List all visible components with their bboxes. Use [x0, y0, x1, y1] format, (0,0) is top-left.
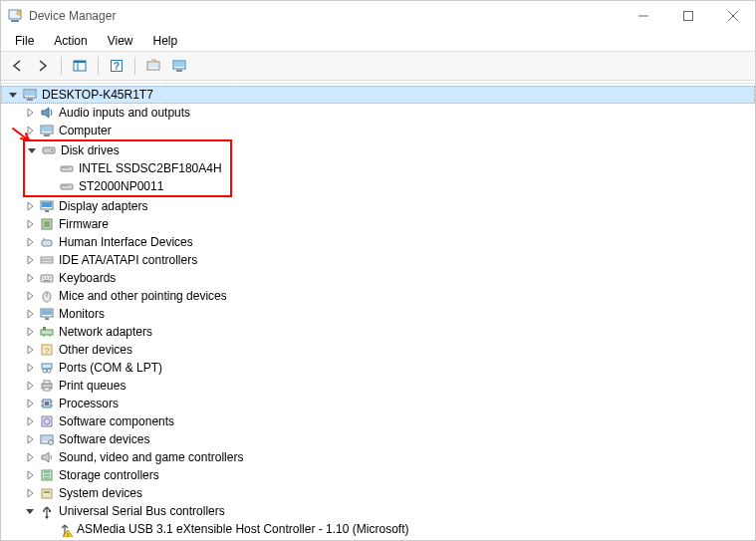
tree-category[interactable]: Keyboards [1, 269, 755, 287]
expand-icon[interactable] [23, 307, 37, 321]
tree-category[interactable]: Software components [1, 412, 755, 430]
tree-category[interactable]: Computer [1, 122, 755, 139]
back-button[interactable] [5, 54, 29, 78]
minimize-button[interactable] [621, 1, 665, 31]
maximize-button[interactable] [665, 1, 710, 31]
expand-icon[interactable] [23, 124, 37, 137]
svg-point-75 [43, 510, 45, 512]
svg-rect-18 [25, 91, 35, 96]
tree-category[interactable]: Human Interface Devices [1, 233, 755, 251]
tree-device[interactable]: ST2000NP0011 [25, 177, 222, 195]
expand-icon[interactable] [23, 199, 37, 213]
scan-hardware-button[interactable] [141, 54, 165, 78]
svg-rect-33 [44, 221, 50, 227]
expand-icon[interactable] [23, 361, 37, 375]
svg-point-40 [46, 277, 47, 278]
tree-root-node[interactable]: DESKTOP-K45R1T7 [1, 86, 755, 104]
other-icon: ? [39, 342, 55, 358]
tree-category[interactable]: Display adapters [1, 197, 755, 215]
tree-category[interactable]: Mice and other pointing devices [1, 287, 755, 305]
expand-icon[interactable] [23, 106, 37, 120]
expand-icon[interactable] [23, 271, 37, 285]
tree-device[interactable]: !Intel(R) USB 3.0 eXtensible Host Contro… [1, 538, 755, 540]
tree-category[interactable]: Monitors [1, 305, 755, 323]
menu-view[interactable]: View [98, 32, 143, 50]
svg-rect-26 [62, 167, 69, 168]
collapse-icon[interactable] [25, 143, 39, 157]
expand-icon[interactable] [23, 432, 37, 446]
cpu-icon [39, 396, 55, 411]
tree-category[interactable]: IDE ATA/ATAPI controllers [1, 251, 755, 269]
collapse-icon[interactable] [23, 504, 37, 518]
svg-rect-13 [148, 63, 158, 68]
expand-icon[interactable] [23, 343, 37, 357]
svg-rect-48 [41, 330, 53, 335]
tree-category[interactable]: Universal Serial Bus controllers [1, 502, 755, 520]
storage-icon [39, 467, 55, 483]
menu-file[interactable]: File [5, 32, 44, 50]
tree-category[interactable]: Ports (COM & LPT) [1, 359, 755, 377]
svg-rect-9 [74, 61, 86, 63]
window-title: Device Manager [29, 9, 621, 23]
svg-point-56 [47, 369, 51, 373]
drive-icon [59, 160, 75, 176]
show-hide-tree-button[interactable] [68, 54, 92, 78]
menu-action[interactable]: Action [44, 32, 97, 50]
tree-item-label: ASMedia USB 3.1 eXtensible Host Controll… [77, 520, 408, 538]
tree-category[interactable]: Network adapters [1, 323, 755, 341]
tree-item-label: Disk drives [61, 141, 120, 159]
tree-item-label: ST2000NP0011 [79, 177, 163, 195]
titlebar: Device Manager [1, 1, 755, 31]
menu-help[interactable]: Help [143, 32, 188, 50]
tree-item-label: Human Interface Devices [59, 233, 193, 251]
svg-point-41 [49, 277, 50, 278]
hid-icon [39, 234, 55, 250]
svg-text:?: ? [44, 346, 49, 356]
display-icon [39, 198, 55, 214]
toolbar: ? [1, 51, 755, 81]
svg-text:?: ? [114, 61, 120, 72]
expand-icon[interactable] [23, 289, 37, 303]
svg-point-74 [46, 516, 49, 519]
svg-rect-16 [176, 70, 182, 72]
tree-category[interactable]: Disk drives [25, 141, 222, 159]
help-button[interactable]: ? [105, 54, 128, 78]
tree-category[interactable]: Firmware [1, 215, 755, 233]
forward-button[interactable] [31, 54, 55, 78]
expand-icon[interactable] [23, 450, 37, 464]
tree-item-label: Computer [59, 122, 112, 139]
svg-rect-61 [45, 402, 49, 406]
tree-category[interactable]: ?Other devices [1, 341, 755, 359]
devices-button[interactable] [167, 54, 191, 78]
expand-icon[interactable] [23, 397, 37, 410]
expand-icon[interactable] [23, 325, 37, 339]
collapse-icon[interactable] [6, 88, 20, 102]
tree-category[interactable]: Processors [1, 395, 755, 412]
tree-device[interactable]: INTEL SSDSC2BF180A4H [25, 159, 222, 177]
expand-icon[interactable] [23, 253, 37, 267]
expand-icon[interactable] [23, 468, 37, 482]
sound-icon [39, 449, 55, 465]
tree-item-label: INTEL SSDSC2BF180A4H [79, 159, 222, 177]
tree-item-label: Software components [59, 412, 174, 430]
expand-icon[interactable] [23, 235, 37, 249]
tree-category[interactable]: Software devices [1, 430, 755, 448]
expand-icon[interactable] [23, 379, 37, 393]
svg-rect-42 [44, 280, 50, 281]
close-button[interactable] [710, 1, 755, 31]
expand-icon[interactable] [23, 217, 37, 231]
tree-item-label: Mice and other pointing devices [59, 287, 227, 305]
expand-icon[interactable] [23, 414, 37, 428]
tree-category[interactable]: Print queues [1, 377, 755, 395]
tree-category[interactable]: Storage controllers [1, 466, 755, 484]
network-icon [39, 324, 55, 340]
tree-device[interactable]: !ASMedia USB 3.1 eXtensible Host Control… [1, 520, 755, 538]
svg-rect-31 [45, 210, 49, 212]
tree-category[interactable]: System devices [1, 484, 755, 502]
drive-icon [59, 178, 75, 194]
tree-category[interactable]: Sound, video and game controllers [1, 448, 755, 466]
device-tree[interactable]: DESKTOP-K45R1T7Audio inputs and outputsC… [1, 83, 755, 540]
expand-icon[interactable] [23, 486, 37, 500]
tree-category[interactable]: Audio inputs and outputs [1, 104, 755, 122]
tree-item-label: Audio inputs and outputs [59, 104, 190, 122]
